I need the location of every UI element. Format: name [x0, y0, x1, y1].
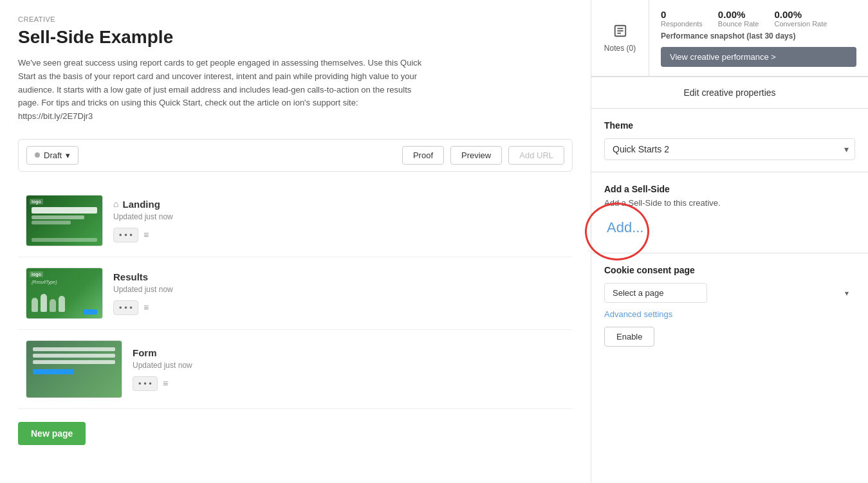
- advanced-settings-link[interactable]: Advanced settings: [604, 309, 855, 319]
- thumb-footer: [32, 238, 97, 242]
- form-options-button[interactable]: • • •: [133, 376, 158, 391]
- sell-side-title: Add a Sell-Side: [604, 184, 855, 194]
- page-name-landing: ⌂ Landing: [113, 199, 565, 210]
- draft-label: Draft: [44, 150, 62, 160]
- notes-button[interactable]: Notes (0): [591, 0, 649, 76]
- respondents-value: 0: [661, 9, 703, 20]
- thumb-logo: logo: [30, 271, 43, 277]
- notes-icon: [613, 24, 627, 41]
- right-sidebar: Notes (0) 0 Respondents 0.00% Bounce Rat…: [591, 0, 868, 483]
- stats-panel: 0 Respondents 0.00% Bounce Rate 0.00% Co…: [649, 0, 868, 76]
- landing-page-updated: Updated just now: [113, 212, 565, 221]
- page-name-results: Results: [113, 271, 565, 282]
- landing-page-name: Landing: [122, 199, 160, 210]
- add-sell-side-button[interactable]: Add...: [604, 214, 646, 241]
- chevron-down-icon: ▾: [845, 289, 849, 298]
- theme-section-title: Theme: [604, 120, 855, 131]
- thumb-people: [32, 294, 65, 312]
- new-page-button[interactable]: New page: [18, 422, 86, 445]
- form-page-actions: • • • ≡: [133, 376, 565, 391]
- form-fields: [33, 347, 115, 374]
- results-options-button[interactable]: • • •: [113, 300, 138, 315]
- creative-description: We've seen great success using report ca…: [18, 57, 430, 123]
- page-toolbar: Draft ▾ Proof Preview Add URL: [18, 139, 573, 172]
- draft-button[interactable]: Draft ▾: [26, 146, 78, 165]
- edit-creative-properties-button[interactable]: Edit creative properties: [591, 77, 868, 109]
- results-page-actions: • • • ≡: [113, 300, 565, 315]
- page-name-form: Form: [133, 347, 565, 358]
- performance-snapshot-label: Performance snapshot (last 30 days): [661, 32, 856, 41]
- bounce-rate-label: Bounce Rate: [718, 20, 759, 28]
- bounce-rate-value: 0.00%: [718, 9, 759, 20]
- notes-label: Notes (0): [604, 44, 636, 53]
- page-info-form: Form Updated just now • • • ≡: [133, 347, 565, 391]
- chevron-down-icon: ▾: [66, 150, 70, 160]
- home-icon: ⌂: [113, 199, 118, 209]
- thumb-cta: [83, 309, 97, 314]
- thumb-result-type: {ResultType}: [32, 280, 97, 284]
- theme-section: Theme Quick Starts 2 Quick Starts 1 Defa…: [591, 109, 868, 172]
- preview-button[interactable]: Preview: [450, 146, 502, 165]
- landing-page-actions: • • • ≡: [113, 228, 565, 242]
- page-thumbnail-results: logo {ResultType}: [26, 268, 103, 319]
- page-thumbnail-form: [26, 340, 122, 398]
- cookie-select-wrapper: Select a page ▾: [604, 283, 855, 303]
- sell-side-section: Add a Sell-Side Add a Sell-Side to this …: [591, 172, 868, 253]
- page-list: logo ⌂ Landing Updated just now: [18, 185, 573, 409]
- cookie-page-select[interactable]: Select a page: [604, 283, 707, 303]
- enable-button[interactable]: Enable: [604, 327, 654, 347]
- table-row: logo {ResultType} Results: [18, 257, 573, 330]
- landing-reorder-handle[interactable]: ≡: [143, 230, 149, 240]
- page-thumbnail-landing: logo: [26, 195, 103, 246]
- results-reorder-handle[interactable]: ≡: [143, 302, 149, 313]
- conversion-rate-label: Conversion Rate: [774, 20, 827, 28]
- view-performance-button[interactable]: View creative performance >: [661, 47, 856, 67]
- form-page-updated: Updated just now: [133, 361, 565, 370]
- form-reorder-handle[interactable]: ≡: [163, 378, 168, 388]
- proof-button[interactable]: Proof: [402, 146, 444, 165]
- theme-select[interactable]: Quick Starts 2 Quick Starts 1 Default: [604, 138, 855, 160]
- theme-select-wrapper: Quick Starts 2 Quick Starts 1 Default ▾: [604, 138, 855, 160]
- results-page-name: Results: [113, 271, 148, 282]
- thumb-content: [32, 207, 97, 224]
- cookie-consent-title: Cookie consent page: [604, 265, 855, 275]
- sidebar-header: Notes (0) 0 Respondents 0.00% Bounce Rat…: [591, 0, 868, 77]
- stat-respondents: 0 Respondents: [661, 9, 703, 28]
- respondents-label: Respondents: [661, 20, 703, 28]
- add-sell-side-wrapper: Add...: [604, 214, 646, 241]
- page-info-results: Results Updated just now • • • ≡: [113, 271, 565, 315]
- page-title: Sell-Side Example: [18, 27, 573, 48]
- conversion-rate-value: 0.00%: [774, 9, 827, 20]
- form-page-name: Form: [133, 347, 157, 358]
- table-row: Form Updated just now • • • ≡: [18, 330, 573, 409]
- stat-bounce-rate: 0.00% Bounce Rate: [718, 9, 759, 28]
- table-row: logo ⌂ Landing Updated just now: [18, 185, 573, 257]
- results-page-updated: Updated just now: [113, 285, 565, 294]
- draft-status-dot: [35, 152, 40, 158]
- creative-label: CREATIVE: [18, 15, 573, 23]
- cookie-consent-section: Cookie consent page Select a page ▾ Adva…: [591, 253, 868, 358]
- sell-side-description: Add a Sell-Side to this creative.: [604, 198, 855, 208]
- stats-row: 0 Respondents 0.00% Bounce Rate 0.00% Co…: [661, 9, 856, 28]
- stat-conversion-rate: 0.00% Conversion Rate: [774, 9, 827, 28]
- thumb-logo: logo: [30, 199, 43, 205]
- page-info-landing: ⌂ Landing Updated just now • • • ≡: [113, 199, 565, 242]
- add-url-button[interactable]: Add URL: [508, 146, 564, 165]
- landing-options-button[interactable]: • • •: [113, 228, 138, 242]
